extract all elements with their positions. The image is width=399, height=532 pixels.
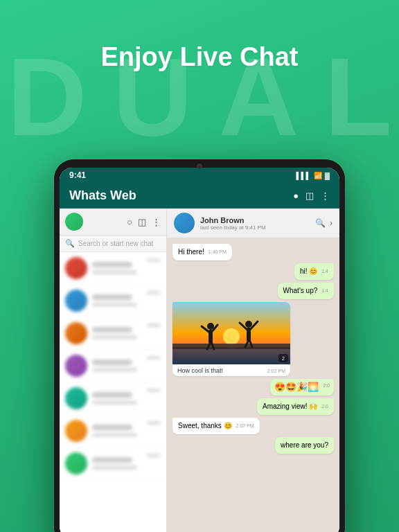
app-header-icons: ● ◫ ⋮ (293, 190, 330, 201)
chat-name (92, 327, 132, 332)
battery-icon: ▓ (325, 172, 330, 179)
chat-preview (92, 466, 137, 470)
main-area: ○ ◫ ⋮ 🔍 Search or start new chat (60, 209, 339, 532)
chat-items-list (60, 252, 166, 532)
chat-preview (92, 368, 137, 372)
main-headline: Enjoy Live Chat (0, 42, 399, 73)
chat-name (92, 425, 132, 430)
more-icon[interactable]: ⋮ (152, 217, 161, 227)
user-avatar (65, 213, 83, 231)
chat-header: John Brown last seen today at 9:41 PM 🔍 … (167, 209, 339, 238)
chat-item[interactable] (60, 415, 166, 447)
header-section: Enjoy Live Chat (0, 42, 399, 73)
chat-avatar (65, 387, 87, 409)
chat-name (92, 360, 132, 365)
chat-item[interactable] (60, 350, 166, 382)
message-5: 😍🤩🎉🌅 2:0 (270, 379, 334, 396)
chat-info (92, 294, 142, 307)
signal-icon: ▌▌▌ (296, 172, 310, 179)
chat-avatar (65, 257, 87, 279)
status-icons: ▌▌▌ 📶 ▓ (296, 172, 330, 179)
chat-preview (92, 303, 137, 307)
chat-name (92, 457, 132, 463)
tablet-device: 9:41 ▌▌▌ 📶 ▓ Whats Web ● ◫ ⋮ (54, 159, 345, 532)
message-text: Amazing view! 🙌 (263, 402, 317, 410)
tablet-frame: 9:41 ▌▌▌ 📶 ▓ Whats Web ● ◫ ⋮ (54, 159, 345, 532)
stories-icon[interactable]: ○ (127, 217, 132, 227)
chat-info (92, 360, 142, 372)
message-time: 2:07 PM (236, 423, 254, 429)
chat-window: John Brown last seen today at 9:41 PM 🔍 … (167, 209, 339, 532)
chat-item[interactable] (60, 285, 166, 317)
contact-info: John Brown last seen today at 9:41 PM (200, 216, 310, 231)
menu-icon[interactable]: ⋮ (321, 190, 330, 201)
message-text: hi! 😊 (300, 267, 317, 275)
message-time: 2:0 (323, 382, 330, 389)
photo-svg: 2 (172, 302, 290, 364)
chat-header-icons: 🔍 › (315, 218, 332, 228)
svg-rect-4 (172, 344, 290, 349)
more-chat-icon[interactable]: › (330, 218, 332, 228)
chat-time (147, 323, 161, 327)
search-chat-icon[interactable]: 🔍 (315, 218, 326, 228)
chat-item[interactable] (60, 447, 166, 480)
contact-avatar (174, 213, 195, 233)
message-text: What's up? (283, 287, 318, 294)
image-time: 2:02 PM (267, 369, 285, 373)
chat-preview (92, 400, 137, 405)
status-icon[interactable]: ● (293, 190, 299, 201)
app-title: Whats Web (69, 188, 136, 203)
chat-info (92, 425, 142, 437)
chat-name (92, 262, 132, 267)
message-text: where are you? (281, 441, 328, 449)
new-chat-icon[interactable]: ◫ (138, 217, 146, 227)
message-time: 1:4 (321, 268, 328, 275)
message-1: Hi there! 1:40 PM (172, 244, 232, 260)
message-time: 1:40 PM (209, 249, 227, 256)
chat-avatar (65, 452, 87, 475)
svg-text:2: 2 (282, 356, 285, 361)
chat-time (147, 291, 161, 294)
chat-icon[interactable]: ◫ (305, 190, 314, 201)
chat-info (92, 457, 142, 470)
chat-time (147, 389, 161, 392)
image-caption: How cool is that! 2:02 PM (172, 364, 290, 376)
tablet-screen: 9:41 ▌▌▌ 📶 ▓ Whats Web ● ◫ ⋮ (60, 168, 339, 532)
message-6: Amazing view! 🙌 2:0 (257, 398, 334, 415)
contact-name: John Brown (200, 216, 310, 224)
chat-time (147, 421, 161, 425)
chat-item[interactable] (60, 317, 166, 350)
chat-list: ○ ◫ ⋮ 🔍 Search or start new chat (60, 209, 167, 532)
message-8: where are you? (275, 437, 334, 454)
status-bar: 9:41 ▌▌▌ 📶 ▓ (60, 168, 339, 183)
chat-preview (92, 433, 137, 437)
message-text: Hi there! (178, 248, 204, 256)
message-time: 1:4 (321, 287, 328, 294)
chat-name (92, 294, 132, 300)
chat-time (147, 258, 161, 262)
caption-text: How cool is that! (177, 367, 223, 374)
message-7: Sweet, thanks 😊 2:07 PM (172, 418, 260, 434)
search-icon: 🔍 (65, 239, 75, 248)
chat-item[interactable] (60, 252, 166, 285)
chat-avatar (65, 420, 87, 442)
svg-rect-3 (172, 347, 290, 364)
chat-item[interactable] (60, 382, 166, 415)
status-time: 9:41 (69, 170, 86, 180)
message-3: What's up? 1:4 (278, 283, 334, 299)
app-header: Whats Web ● ◫ ⋮ (60, 183, 339, 209)
chat-avatar (65, 290, 87, 312)
message-text: Sweet, thanks 😊 (178, 422, 232, 429)
chat-time (147, 454, 161, 457)
chat-list-header: ○ ◫ ⋮ (60, 209, 166, 236)
chat-info (92, 392, 142, 405)
tablet-camera (197, 163, 202, 169)
image-photo: 2 (172, 302, 290, 364)
chat-messages: Hi there! 1:40 PM hi! 😊 1:4 What's up? 1… (167, 238, 339, 532)
search-bar[interactable]: 🔍 Search or start new chat (60, 236, 166, 252)
contact-status: last seen today at 9:41 PM (200, 224, 310, 231)
chat-info (92, 327, 142, 339)
message-text: 😍🤩🎉🌅 (274, 382, 319, 392)
chat-list-header-icons: ○ ◫ ⋮ (127, 217, 161, 227)
chat-preview (92, 335, 137, 339)
